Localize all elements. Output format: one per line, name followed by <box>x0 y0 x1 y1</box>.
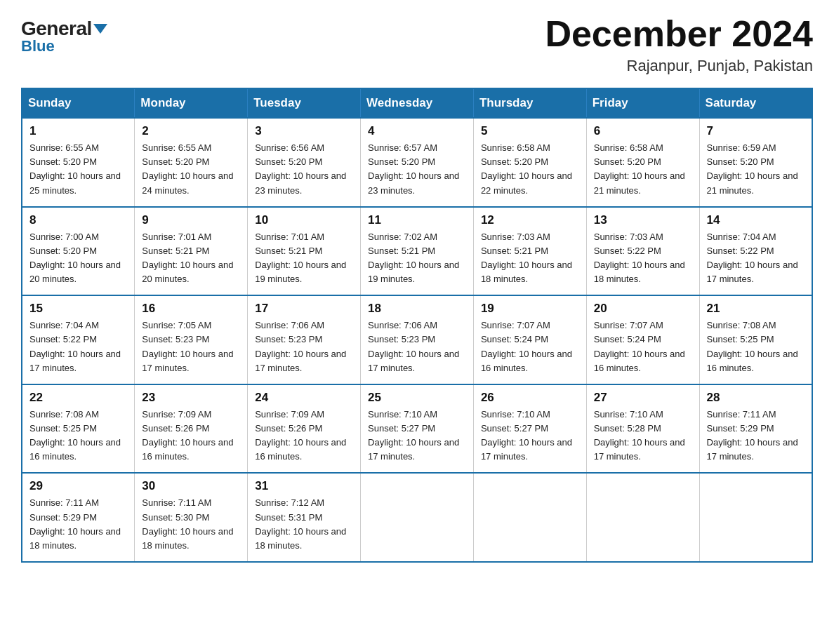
calendar-cell: 24Sunrise: 7:09 AMSunset: 5:26 PMDayligh… <box>248 384 361 474</box>
day-info: Sunrise: 7:09 AMSunset: 5:26 PMDaylight:… <box>255 408 353 464</box>
logo-arrow-icon <box>93 24 107 34</box>
column-header-tuesday: Tuesday <box>248 88 361 118</box>
day-number: 18 <box>368 302 466 316</box>
calendar-week-row: 22Sunrise: 7:08 AMSunset: 5:25 PMDayligh… <box>22 384 812 474</box>
day-info: Sunrise: 7:01 AMSunset: 5:21 PMDaylight:… <box>255 230 353 287</box>
calendar-header-row: SundayMondayTuesdayWednesdayThursdayFrid… <box>22 88 812 118</box>
calendar-table: SundayMondayTuesdayWednesdayThursdayFrid… <box>21 88 813 563</box>
calendar-cell: 31Sunrise: 7:12 AMSunset: 5:31 PMDayligh… <box>248 473 361 562</box>
day-number: 22 <box>29 391 127 405</box>
day-info: Sunrise: 7:10 AMSunset: 5:27 PMDaylight:… <box>481 408 579 464</box>
day-number: 13 <box>594 213 692 227</box>
day-info: Sunrise: 7:10 AMSunset: 5:27 PMDaylight:… <box>368 408 466 464</box>
day-number: 9 <box>142 213 240 227</box>
day-number: 11 <box>368 213 466 227</box>
day-info: Sunrise: 6:58 AMSunset: 5:20 PMDaylight:… <box>481 141 579 198</box>
day-number: 26 <box>481 391 579 405</box>
day-info: Sunrise: 7:04 AMSunset: 5:22 PMDaylight:… <box>29 318 127 375</box>
location-subtitle: Rajanpur, Punjab, Pakistan <box>545 57 813 75</box>
calendar-week-row: 8Sunrise: 7:00 AMSunset: 5:20 PMDaylight… <box>22 207 812 296</box>
day-info: Sunrise: 7:02 AMSunset: 5:21 PMDaylight:… <box>368 230 466 287</box>
page-header: General Blue December 2024 Rajanpur, Pun… <box>21 14 813 75</box>
day-info: Sunrise: 6:57 AMSunset: 5:20 PMDaylight:… <box>368 141 466 198</box>
day-number: 27 <box>594 391 692 405</box>
day-number: 20 <box>594 302 692 316</box>
calendar-cell: 30Sunrise: 7:11 AMSunset: 5:30 PMDayligh… <box>135 473 248 562</box>
calendar-cell: 22Sunrise: 7:08 AMSunset: 5:25 PMDayligh… <box>22 384 135 474</box>
day-info: Sunrise: 7:11 AMSunset: 5:30 PMDaylight:… <box>142 496 240 553</box>
calendar-cell: 16Sunrise: 7:05 AMSunset: 5:23 PMDayligh… <box>135 295 248 384</box>
calendar-cell: 21Sunrise: 7:08 AMSunset: 5:25 PMDayligh… <box>699 295 812 384</box>
day-number: 17 <box>255 302 353 316</box>
calendar-cell: 12Sunrise: 7:03 AMSunset: 5:21 PMDayligh… <box>473 207 586 296</box>
day-number: 24 <box>255 391 353 405</box>
title-block: December 2024 Rajanpur, Punjab, Pakistan <box>545 14 813 75</box>
calendar-cell <box>473 473 586 562</box>
column-header-thursday: Thursday <box>473 88 586 118</box>
day-number: 25 <box>368 391 466 405</box>
logo-blue-text: Blue <box>21 37 55 55</box>
day-number: 29 <box>29 479 127 493</box>
day-number: 3 <box>255 124 353 138</box>
day-info: Sunrise: 6:59 AMSunset: 5:20 PMDaylight:… <box>707 141 805 198</box>
day-number: 8 <box>29 213 127 227</box>
day-number: 5 <box>481 124 579 138</box>
calendar-cell <box>586 473 699 562</box>
calendar-week-row: 1Sunrise: 6:55 AMSunset: 5:20 PMDaylight… <box>22 118 812 207</box>
column-header-monday: Monday <box>135 88 248 118</box>
day-info: Sunrise: 6:58 AMSunset: 5:20 PMDaylight:… <box>594 141 692 198</box>
calendar-cell: 4Sunrise: 6:57 AMSunset: 5:20 PMDaylight… <box>361 118 474 207</box>
calendar-cell: 27Sunrise: 7:10 AMSunset: 5:28 PMDayligh… <box>586 384 699 474</box>
column-header-saturday: Saturday <box>699 88 812 118</box>
day-info: Sunrise: 7:08 AMSunset: 5:25 PMDaylight:… <box>29 408 127 464</box>
column-header-sunday: Sunday <box>22 88 135 118</box>
calendar-cell: 29Sunrise: 7:11 AMSunset: 5:29 PMDayligh… <box>22 473 135 562</box>
day-info: Sunrise: 7:12 AMSunset: 5:31 PMDaylight:… <box>255 496 353 553</box>
day-info: Sunrise: 7:07 AMSunset: 5:24 PMDaylight:… <box>594 318 692 375</box>
logo: General Blue <box>21 14 107 55</box>
day-number: 15 <box>29 302 127 316</box>
calendar-cell: 20Sunrise: 7:07 AMSunset: 5:24 PMDayligh… <box>586 295 699 384</box>
calendar-cell: 5Sunrise: 6:58 AMSunset: 5:20 PMDaylight… <box>473 118 586 207</box>
day-info: Sunrise: 7:07 AMSunset: 5:24 PMDaylight:… <box>481 318 579 375</box>
day-number: 19 <box>481 302 579 316</box>
calendar-cell: 3Sunrise: 6:56 AMSunset: 5:20 PMDaylight… <box>248 118 361 207</box>
calendar-week-row: 29Sunrise: 7:11 AMSunset: 5:29 PMDayligh… <box>22 473 812 562</box>
day-number: 6 <box>594 124 692 138</box>
day-number: 10 <box>255 213 353 227</box>
month-title: December 2024 <box>545 14 813 54</box>
day-info: Sunrise: 6:55 AMSunset: 5:20 PMDaylight:… <box>29 141 127 198</box>
day-number: 28 <box>707 391 805 405</box>
day-info: Sunrise: 7:06 AMSunset: 5:23 PMDaylight:… <box>368 318 466 375</box>
day-info: Sunrise: 6:55 AMSunset: 5:20 PMDaylight:… <box>142 141 240 198</box>
day-number: 30 <box>142 479 240 493</box>
day-info: Sunrise: 7:01 AMSunset: 5:21 PMDaylight:… <box>142 230 240 287</box>
day-number: 4 <box>368 124 466 138</box>
day-info: Sunrise: 7:04 AMSunset: 5:22 PMDaylight:… <box>707 230 805 287</box>
calendar-cell: 8Sunrise: 7:00 AMSunset: 5:20 PMDaylight… <box>22 207 135 296</box>
calendar-cell: 23Sunrise: 7:09 AMSunset: 5:26 PMDayligh… <box>135 384 248 474</box>
day-info: Sunrise: 7:11 AMSunset: 5:29 PMDaylight:… <box>707 408 805 464</box>
day-number: 1 <box>29 124 127 138</box>
calendar-cell: 11Sunrise: 7:02 AMSunset: 5:21 PMDayligh… <box>361 207 474 296</box>
calendar-cell: 25Sunrise: 7:10 AMSunset: 5:27 PMDayligh… <box>361 384 474 474</box>
day-info: Sunrise: 7:08 AMSunset: 5:25 PMDaylight:… <box>707 318 805 375</box>
calendar-cell: 26Sunrise: 7:10 AMSunset: 5:27 PMDayligh… <box>473 384 586 474</box>
calendar-cell: 28Sunrise: 7:11 AMSunset: 5:29 PMDayligh… <box>699 384 812 474</box>
column-header-wednesday: Wednesday <box>361 88 474 118</box>
calendar-cell: 6Sunrise: 6:58 AMSunset: 5:20 PMDaylight… <box>586 118 699 207</box>
day-number: 14 <box>707 213 805 227</box>
calendar-cell: 2Sunrise: 6:55 AMSunset: 5:20 PMDaylight… <box>135 118 248 207</box>
calendar-cell: 9Sunrise: 7:01 AMSunset: 5:21 PMDaylight… <box>135 207 248 296</box>
day-number: 23 <box>142 391 240 405</box>
calendar-cell: 1Sunrise: 6:55 AMSunset: 5:20 PMDaylight… <box>22 118 135 207</box>
calendar-cell: 10Sunrise: 7:01 AMSunset: 5:21 PMDayligh… <box>248 207 361 296</box>
calendar-cell <box>361 473 474 562</box>
day-info: Sunrise: 7:09 AMSunset: 5:26 PMDaylight:… <box>142 408 240 464</box>
calendar-cell: 7Sunrise: 6:59 AMSunset: 5:20 PMDaylight… <box>699 118 812 207</box>
day-number: 12 <box>481 213 579 227</box>
calendar-cell: 15Sunrise: 7:04 AMSunset: 5:22 PMDayligh… <box>22 295 135 384</box>
day-info: Sunrise: 7:00 AMSunset: 5:20 PMDaylight:… <box>29 230 127 287</box>
day-info: Sunrise: 7:06 AMSunset: 5:23 PMDaylight:… <box>255 318 353 375</box>
day-number: 16 <box>142 302 240 316</box>
